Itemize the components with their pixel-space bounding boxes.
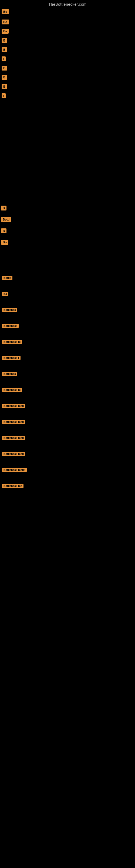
main-content-area [0,100,135,203]
result-row-6: Bottleneck r [1,354,21,362]
result-label-14[interactable]: Bottleneck res [2,484,24,488]
results-section: Bottle Ba Bottlenec Bottleneck Bottlenec… [0,269,135,496]
nav-item-7[interactable]: B [2,66,7,70]
nav-item-8[interactable]: B [2,75,7,80]
result-row-9: Bottleneck resu [1,403,26,410]
result-row-13: Bottleneck result [1,467,28,474]
nav-item-1[interactable]: Bo [2,9,9,14]
result-label-11[interactable]: Bottleneck resu [2,436,25,440]
spacer-mid [0,247,135,269]
mid-label-3[interactable]: B [1,228,6,233]
result-label-4[interactable]: Bottleneck [2,324,18,328]
nav-item-5[interactable]: B [2,47,7,52]
result-row-2: Ba [1,290,9,299]
top-nav-area: Bo Bo Ba B B I B B B I [0,8,135,100]
result-row-8: Bottleneck re [1,386,23,394]
nav-item-9[interactable]: B [2,84,7,89]
mid-label-1[interactable]: B [1,206,6,211]
result-row-1: Bottle [1,275,13,282]
nav-item-4[interactable]: B [2,38,7,43]
nav-item-3[interactable]: Ba [2,29,9,34]
result-label-1[interactable]: Bottle [2,276,12,280]
result-label-8[interactable]: Bottleneck re [2,388,22,392]
site-title: TheBottlenecker.com [0,0,135,8]
result-row-5: Bottleneck re [1,339,23,346]
result-label-10[interactable]: Bottleneck resu [2,420,25,424]
result-row-3: Bottlenec [1,307,18,314]
mid-label-4[interactable]: Bo [1,240,8,245]
result-label-5[interactable]: Bottleneck re [2,340,22,344]
bottom-spacer [0,496,135,550]
middle-section: B Bottl B Bo [0,203,135,247]
mid-label-2[interactable]: Bottl [1,217,11,222]
result-label-3[interactable]: Bottlenec [2,308,17,312]
result-label-6[interactable]: Bottleneck r [2,356,20,360]
result-label-9[interactable]: Bottleneck resu [2,404,25,408]
result-row-4: Bottleneck [1,322,20,330]
result-row-14: Bottleneck res [1,483,25,490]
nav-item-2[interactable]: Bo [2,20,9,24]
nav-item-6[interactable]: I [2,56,6,61]
nav-item-10[interactable]: I [2,93,6,98]
result-label-7[interactable]: Bottlenec [2,372,17,376]
result-label-2[interactable]: Ba [2,292,8,296]
result-row-11: Bottleneck resu [1,435,26,442]
result-label-12[interactable]: Bottleneck resu [2,452,25,456]
result-row-10: Bottleneck resu [1,418,26,426]
result-label-13[interactable]: Bottleneck result [2,468,27,472]
result-row-12: Bottleneck resu [1,451,26,458]
result-row-7: Bottlenec [1,371,18,378]
